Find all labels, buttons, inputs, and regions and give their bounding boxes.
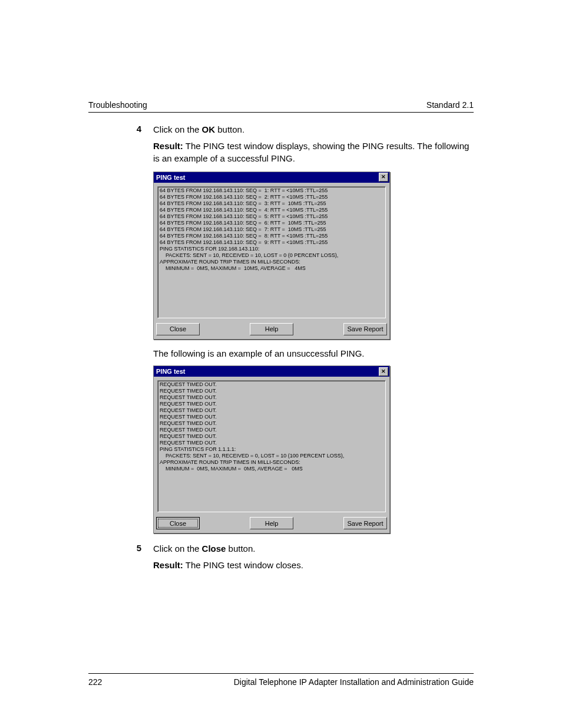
footer-title: Digital Telephone IP Adapter Installatio… xyxy=(234,677,474,687)
step-4: 4 Click on the OK button. Result: The PI… xyxy=(88,124,474,169)
help-button[interactable]: Help xyxy=(250,323,293,335)
page-footer: 222 Digital Telephone IP Adapter Install… xyxy=(88,673,474,687)
close-icon[interactable]: ✕ xyxy=(379,367,388,376)
close-button[interactable]: Close xyxy=(156,517,200,529)
save-report-button[interactable]: Save Report xyxy=(343,323,387,335)
step-instruction: Click on the OK button. xyxy=(153,124,474,136)
close-button[interactable]: Close xyxy=(156,323,200,335)
between-text: The following is an example of an unsucc… xyxy=(153,348,474,360)
ping-test-dialog-success: PING test ✕ 64 BYTES FROM 192.168.143.11… xyxy=(153,172,390,340)
dialog-titlebar[interactable]: PING test ✕ xyxy=(154,172,389,183)
ping-output: 64 BYTES FROM 192.168.143.110: SEQ = 1: … xyxy=(157,186,386,318)
dialog-titlebar[interactable]: PING test ✕ xyxy=(154,366,389,377)
ping-output: REQUEST TIMED OUT. REQUEST TIMED OUT. RE… xyxy=(157,380,386,512)
step-number: 4 xyxy=(118,124,153,169)
step-5: 5 Click on the Close button. Result: The… xyxy=(88,543,474,577)
step-number: 5 xyxy=(118,543,153,577)
save-report-button[interactable]: Save Report xyxy=(343,517,387,529)
header-left: Troubleshooting xyxy=(88,100,147,110)
page-number: 222 xyxy=(88,677,102,687)
step-result: Result: The PING test window displays, s… xyxy=(153,140,474,164)
help-button[interactable]: Help xyxy=(250,517,293,529)
dialog-title: PING test xyxy=(156,368,186,375)
header-right: Standard 2.1 xyxy=(427,100,474,110)
close-icon[interactable]: ✕ xyxy=(379,173,388,182)
ping-test-dialog-fail: PING test ✕ REQUEST TIMED OUT. REQUEST T… xyxy=(153,365,390,533)
step-result: Result: The PING test window closes. xyxy=(153,559,474,571)
page-header: Troubleshooting Standard 2.1 xyxy=(88,100,474,113)
dialog-title: PING test xyxy=(156,174,186,181)
step-instruction: Click on the Close button. xyxy=(153,543,474,555)
